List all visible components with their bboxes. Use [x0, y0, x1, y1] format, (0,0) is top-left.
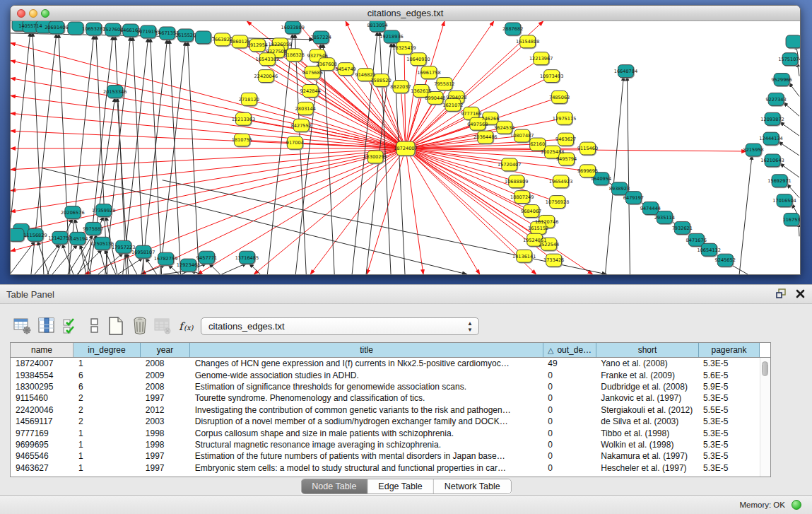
table-cell[interactable]: 1 — [73, 463, 141, 473]
table-cell[interactable]: 5.3E-5 — [698, 428, 759, 438]
table-cell[interactable]: 6 — [73, 382, 141, 392]
table-cell[interactable]: Disruption of a novel member of a sodium… — [190, 416, 543, 426]
table-cell[interactable]: 1 — [73, 428, 141, 438]
table-cell[interactable]: 2 — [73, 405, 141, 415]
network-graph[interactable]: 1405571420691406106532871527602646616110… — [11, 21, 800, 274]
column-header-title[interactable]: title — [190, 343, 543, 357]
graph-edge[interactable] — [208, 263, 220, 274]
graph-edge[interactable] — [11, 148, 406, 233]
graph-edge[interactable] — [221, 263, 247, 274]
float-panel-icon[interactable] — [776, 288, 787, 298]
table-cell[interactable]: Tourette syndrome. Phenomenology and cla… — [190, 393, 543, 403]
graph-edge[interactable] — [789, 83, 799, 97]
table-cell[interactable]: 1997 — [141, 463, 190, 473]
column-header-in_degree[interactable]: in_degree — [73, 343, 141, 357]
table-cell[interactable]: 0 — [543, 370, 596, 380]
table-cell[interactable]: 5.5E-5 — [698, 405, 759, 415]
table-cell[interactable]: 49 — [543, 358, 596, 368]
table-cell[interactable]: 1 — [73, 358, 141, 368]
table-cell[interactable]: 5.3E-5 — [698, 416, 759, 426]
table-source-dropdown[interactable]: citations_edges.txt ▲▼ — [201, 317, 479, 335]
graph-edge[interactable] — [160, 41, 186, 274]
table-settings-icon[interactable] — [13, 316, 33, 336]
table-cell[interactable]: 0 — [543, 405, 596, 415]
table-cell[interactable]: Changes of HCN gene expression and I(f) … — [190, 358, 543, 368]
table-cell[interactable]: 0 — [543, 440, 596, 450]
table-cell[interactable]: Estimation of the future numbers of pati… — [190, 451, 543, 461]
close-panel-icon[interactable] — [796, 289, 805, 298]
graph-edge[interactable] — [11, 131, 406, 148]
new-table-icon[interactable] — [106, 316, 126, 336]
table-row[interactable]: 946362711997Embryonic stem cells: a mode… — [11, 462, 759, 474]
table-vertical-scrollbar[interactable] — [760, 358, 770, 477]
table-cell[interactable]: Nakamura et al. (1997) — [596, 451, 698, 461]
table-cell[interactable]: 0 — [543, 451, 596, 461]
function-builder-icon[interactable]: f (x) — [177, 316, 196, 336]
graph-node-teal[interactable] — [68, 22, 83, 35]
memory-status-icon[interactable] — [792, 500, 801, 510]
graph-edge[interactable] — [778, 141, 799, 156]
graph-edge[interactable] — [249, 263, 260, 274]
table-cell[interactable]: 2008 — [141, 358, 190, 368]
table-cell[interactable]: Corpus callosum shape and size in male p… — [190, 428, 543, 438]
graph-node-teal[interactable] — [786, 35, 800, 48]
table-cell[interactable]: 5.9E-5 — [698, 382, 759, 392]
graph-edge[interactable] — [254, 148, 406, 274]
table-cell[interactable]: Yano et al. (2008) — [596, 358, 698, 368]
table-cell[interactable]: 2009 — [141, 370, 190, 380]
table-cell[interactable]: 5.6E-5 — [698, 370, 759, 380]
table-cell[interactable]: Structural magnetic resonance image aver… — [190, 440, 543, 450]
table-cell[interactable]: Stergiakouli et al. (2012) — [596, 405, 698, 415]
table-cell[interactable]: 0 — [543, 463, 596, 473]
table-cell[interactable]: 18724007 — [11, 358, 73, 368]
graph-edge[interactable] — [11, 148, 406, 170]
table-cell[interactable]: 5.3E-5 — [698, 358, 759, 368]
table-cell[interactable]: 0 — [543, 428, 596, 438]
table-cell[interactable]: Franke et al. (2009) — [596, 370, 698, 380]
column-header-out_de[interactable]: △out_de… — [543, 343, 596, 357]
table-cell[interactable]: 0 — [543, 416, 596, 426]
table-cell[interactable]: 1998 — [141, 440, 190, 450]
table-cell[interactable]: 18300295 — [11, 382, 73, 392]
table-cell[interactable]: Jankovic et al. (1997) — [596, 393, 698, 403]
table-cell[interactable]: 14569117 — [11, 416, 73, 426]
graph-edge[interactable] — [188, 41, 199, 274]
table-cell[interactable]: Hescheler et al. (1997) — [596, 463, 698, 473]
table-cell[interactable]: de Silva et al. (2003) — [596, 416, 698, 426]
delete-rows-icon[interactable] — [130, 316, 150, 336]
table-cell[interactable]: 0 — [543, 382, 596, 392]
graph-edge[interactable] — [11, 113, 406, 148]
table-row[interactable]: 946554611997Estimation of the future num… — [11, 450, 759, 462]
table-cell[interactable]: 0 — [543, 393, 596, 403]
table-cell[interactable]: 9699695 — [11, 440, 73, 450]
table-cell[interactable]: Dudbridge et al. (2008) — [596, 382, 698, 392]
table-row[interactable]: 1456911722003Disruption of a novel membe… — [11, 416, 759, 427]
table-cell[interactable]: 22420046 — [11, 405, 73, 415]
table-cell[interactable]: 9777169 — [11, 428, 73, 438]
table-row[interactable]: 977716911998Corpus callosum shape and si… — [11, 427, 759, 438]
table-cell[interactable]: 1 — [73, 451, 141, 461]
table-cell[interactable]: 5.3E-5 — [698, 463, 759, 473]
tab-edge-table[interactable]: Edge Table — [367, 479, 433, 493]
table-cell[interactable]: 2 — [73, 416, 141, 426]
table-cell[interactable]: 2003 — [141, 416, 190, 426]
table-cell[interactable]: 6 — [73, 370, 141, 380]
table-row[interactable]: 969969511998Structural magnetic resonanc… — [11, 439, 759, 450]
table-cell[interactable]: Embryonic stem cells: a model to study s… — [190, 463, 543, 473]
table-cell[interactable]: 9463627 — [11, 463, 73, 473]
table-cell[interactable]: Genome-wide association studies in ADHD. — [190, 370, 543, 380]
table-cell[interactable]: 5.3E-5 — [698, 451, 759, 461]
graph-node-teal[interactable] — [11, 228, 24, 241]
table-cell[interactable]: Estimation of significance thresholds fo… — [190, 382, 543, 392]
graph-edge[interactable] — [142, 39, 167, 274]
graph-edge[interactable] — [141, 264, 166, 274]
table-row[interactable]: 1938455462009Genome-wide association stu… — [11, 369, 759, 380]
unselect-rows-icon[interactable] — [85, 316, 105, 336]
graph-edge[interactable] — [98, 252, 124, 274]
graph-edge[interactable] — [394, 42, 405, 274]
table-cell[interactable]: 2012 — [141, 405, 190, 415]
select-rows-icon[interactable] — [61, 316, 81, 336]
table-cell[interactable]: 5.3E-5 — [698, 393, 759, 403]
graph-edge[interactable] — [151, 37, 162, 274]
graph-edge[interactable] — [627, 76, 630, 274]
